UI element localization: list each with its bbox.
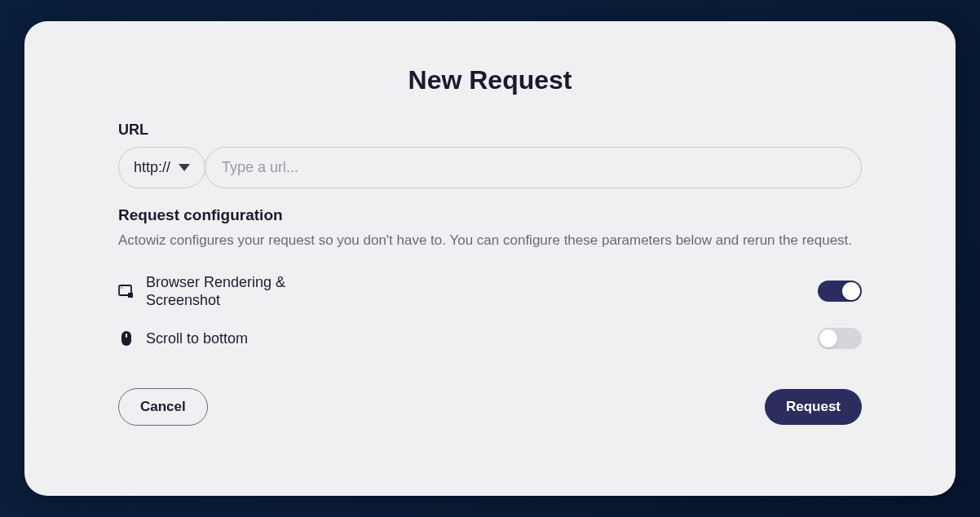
config-section-description: Actowiz configures your request so you d… — [118, 231, 862, 250]
toggle-knob — [819, 329, 837, 347]
browser-screenshot-icon — [118, 283, 135, 299]
modal-title: New Request — [118, 65, 862, 95]
mouse-icon — [118, 330, 135, 347]
request-button[interactable]: Request — [765, 389, 862, 425]
toggle-browser-rendering[interactable] — [818, 281, 862, 302]
config-section-title: Request configuration — [118, 206, 862, 224]
url-label: URL — [118, 122, 862, 139]
config-row-scroll-bottom: Scroll to bottom — [118, 328, 862, 349]
svg-rect-3 — [126, 334, 127, 338]
url-input[interactable] — [205, 147, 862, 188]
svg-point-1 — [121, 287, 122, 289]
config-label-scroll-bottom: Scroll to bottom — [146, 329, 248, 348]
toggle-scroll-bottom[interactable] — [818, 328, 862, 349]
chevron-down-icon — [179, 164, 190, 171]
config-label-browser-rendering: Browser Rendering & Screenshot — [146, 273, 325, 310]
cancel-button[interactable]: Cancel — [118, 388, 208, 426]
config-row-browser-rendering: Browser Rendering & Screenshot — [118, 273, 862, 310]
button-row: Cancel Request — [118, 388, 862, 426]
new-request-modal: New Request URL http:// Request configur… — [24, 21, 956, 496]
protocol-selected-value: http:// — [134, 159, 170, 176]
toggle-knob — [842, 282, 860, 300]
protocol-select[interactable]: http:// — [118, 147, 205, 188]
svg-rect-2 — [121, 331, 131, 346]
url-row: http:// — [118, 147, 862, 188]
